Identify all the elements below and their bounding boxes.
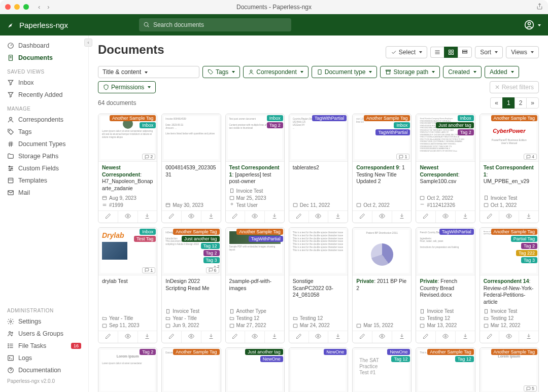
download-button[interactable] [138,331,157,343]
tag[interactable]: Partial Tag [511,236,537,242]
preview-button[interactable] [436,331,456,343]
added-filter[interactable]: Added [485,66,519,78]
notes-count[interactable]: 2 [142,154,155,160]
preview-button[interactable] [182,211,201,223]
document-card[interactable]: Another Sample TagInboxTagWithPartial cs… [352,114,412,223]
preview-button[interactable] [118,331,138,343]
tag[interactable]: NewOne [324,349,347,355]
sidebar-item-dashboard[interactable]: Dashboard [0,40,88,52]
tag[interactable]: Inbox [458,115,474,121]
tag[interactable]: Inbox [267,115,283,121]
tag[interactable]: Another Sample Tag [173,229,219,235]
minimize-window[interactable] [14,4,20,10]
download-button[interactable] [201,211,221,223]
tag[interactable]: Just another tag [182,236,220,242]
sidebar-item-document-types[interactable]: Document Types [0,138,88,150]
correspondent[interactable]: Correspondent 14 [484,278,529,284]
correspondent[interactable]: Private [356,278,374,284]
preview-button[interactable] [245,211,265,223]
download-button[interactable] [265,211,284,223]
tag[interactable]: Another Sample Tag [491,349,537,355]
sidebar-item-recently-added[interactable]: Recently Added [0,89,88,101]
tag[interactable]: Tag 3 [203,257,220,263]
more-tags[interactable]: + 2 [214,264,219,269]
document-card[interactable]: Another Sample TagTagWithPartial Sample … [225,227,285,344]
title-content-filter[interactable]: Title & content [98,66,199,78]
tag[interactable]: TagWithPartial [249,236,283,242]
download-button[interactable] [138,211,157,223]
document-card[interactable]: InboxTest Tag Drylab 1 drylab Test Year … [98,227,157,344]
sidebar-item-templates[interactable]: Templates [0,174,88,187]
edit-button[interactable] [289,211,309,223]
document-card[interactable]: Another Sample Tag CyberPowerPowerPanel®… [480,114,539,223]
edit-button[interactable] [98,211,118,223]
document-card[interactable]: Another Sample TagPartial TagTag 2Tag 22… [480,227,539,344]
download-button[interactable] [456,211,475,223]
download-button[interactable] [328,331,348,343]
collapse-sidebar-button[interactable]: ‹ [84,39,92,47]
tag[interactable]: Test Tag [134,236,156,242]
document-card[interactable]: InboxJust another tagTag 2 Serial Number… [416,114,475,223]
tag[interactable]: Another Sample Tag [491,115,537,121]
document-card[interactable]: Just another tagNewOne [225,347,285,392]
tag[interactable]: Just another tag [436,122,474,128]
tag[interactable]: Inbox [394,122,410,128]
document-card[interactable]: Another Sample TagJust another tagTag 12… [161,227,221,344]
notes-count[interactable]: 5 [524,385,537,391]
download-button[interactable] [392,331,412,343]
page-2[interactable]: 2 [515,97,527,109]
sidebar-item-documentation[interactable]: Documentation [0,364,88,376]
download-button[interactable] [265,331,284,343]
preview-button[interactable] [118,211,138,223]
edit-button[interactable] [98,331,118,343]
document-card[interactable]: TagWithPartial Country,Region,StateUS,We… [289,114,348,223]
preview-button[interactable] [499,331,519,343]
sidebar-item-inbox[interactable]: Inbox [0,77,88,89]
page-1[interactable]: 1 [502,97,515,109]
edit-button[interactable] [162,211,182,223]
sidebar-item-settings[interactable]: Settings [0,315,88,328]
sidebar-item-users-groups[interactable]: Users & Groups [0,328,88,340]
document-card[interactable]: Tag 2 Lorem ipsumLorem ipsum dolor sit a… [98,347,157,392]
document-card[interactable]: This is a test for the double space char… [289,227,348,344]
document-card[interactable]: NewOne [289,347,348,392]
notes-count[interactable]: 4 [524,154,537,160]
edit-button[interactable] [480,331,500,343]
doctype-filter[interactable]: Document type [312,66,378,78]
tag[interactable]: Another Sample Tag [236,229,283,235]
maximize-window[interactable] [23,4,29,10]
download-button[interactable] [392,211,412,223]
edit-button[interactable] [416,331,436,343]
view-grid-button[interactable] [444,47,458,58]
tag[interactable]: Tag 3 [521,257,537,263]
tag[interactable]: Tag 12 [201,243,220,249]
document-card[interactable]: TagWithPartial French Country BreadIngre… [416,227,475,344]
document-card[interactable]: NewOneTag 12 The SATPracticeTest #1 [352,347,412,392]
preview-button[interactable] [182,331,201,343]
download-button[interactable] [519,331,538,343]
download-button[interactable] [456,331,475,343]
tag[interactable]: Another Sample Tag [427,349,473,355]
page-prev[interactable]: « [490,97,502,109]
sidebar-item-storage-paths[interactable]: Storage Paths [0,150,88,162]
brand[interactable]: Paperless-ngx [7,21,68,29]
document-card[interactable]: Another Sample Tag Document content prev… [161,347,221,392]
tag[interactable]: Tag 12 [455,356,474,362]
view-list-button[interactable] [430,47,444,58]
tags-filter[interactable]: Tags [202,66,240,78]
views-button[interactable]: Views [506,46,539,58]
document-card[interactable]: Another Sample TagInbox Lorem ipsum dolo… [98,114,157,223]
tag[interactable]: Inbox [140,122,156,128]
tag[interactable]: NewOne [260,356,283,362]
correspondent[interactable]: Correspondent 9 [356,164,399,170]
tag[interactable]: TagWithPartial [439,229,474,235]
sidebar-item-custom-fields[interactable]: Custom Fields [0,162,88,174]
download-button[interactable] [201,331,221,343]
tag[interactable]: Another Sample Tag [173,349,219,355]
select-button[interactable]: Select [386,46,427,58]
tag[interactable]: TagWithPartial [312,115,347,121]
correspondent-filter[interactable]: Correspondent [243,66,308,78]
tag[interactable]: Tag 2 [140,349,156,355]
tag[interactable]: Tag 2 [458,129,474,135]
document-card[interactable]: Another Sample TagTag 12 This is a docum… [416,347,475,392]
